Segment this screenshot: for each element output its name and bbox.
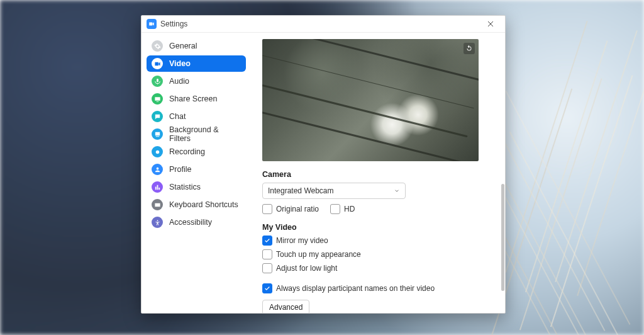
checkbox-box bbox=[262, 204, 272, 214]
gear-icon bbox=[152, 40, 163, 52]
my-video-heading: My Video bbox=[262, 223, 494, 232]
share-icon bbox=[152, 93, 163, 105]
checkbox-box bbox=[262, 283, 272, 293]
hd-checkbox[interactable]: HD bbox=[330, 204, 355, 214]
sidebar-item-profile[interactable]: Profile bbox=[147, 161, 246, 178]
touch-up-checkbox[interactable]: Touch up my appearance bbox=[262, 249, 494, 259]
advanced-button[interactable]: Advanced bbox=[262, 300, 309, 313]
audio-icon bbox=[152, 76, 163, 87]
app-icon bbox=[147, 19, 157, 29]
original-ratio-label: Original ratio bbox=[276, 205, 319, 213]
sidebar-item-label: Background & Filters bbox=[169, 125, 241, 143]
sidebar-item-label: Chat bbox=[169, 112, 186, 121]
camera-select[interactable]: Integrated Webcam bbox=[262, 183, 406, 199]
sidebar-item-statistics[interactable]: Statistics bbox=[147, 179, 246, 195]
sidebar-item-video[interactable]: Video bbox=[147, 55, 246, 72]
sidebar-item-label: Accessibility bbox=[169, 218, 212, 227]
checkbox-box bbox=[262, 263, 272, 273]
sidebar-item-background-filters[interactable]: Background & Filters bbox=[147, 126, 246, 142]
always-names-label: Always display participant names on thei… bbox=[276, 284, 435, 293]
settings-window: Settings GeneralVideoAudioShare ScreenCh… bbox=[141, 15, 506, 314]
camera-heading: Camera bbox=[262, 170, 494, 179]
stats-icon bbox=[152, 181, 163, 193]
sidebar-item-audio[interactable]: Audio bbox=[147, 73, 246, 89]
low-light-checkbox[interactable]: Adjust for low light bbox=[262, 263, 494, 273]
record-icon bbox=[152, 146, 163, 157]
sidebar-item-chat[interactable]: Chat bbox=[147, 108, 246, 125]
checkbox-box bbox=[262, 236, 272, 246]
sidebar-item-label: Statistics bbox=[169, 183, 201, 191]
mirror-checkbox[interactable]: Mirror my video bbox=[262, 236, 494, 246]
low-light-label: Adjust for low light bbox=[276, 264, 337, 273]
video-preview bbox=[262, 39, 479, 161]
sidebar-item-keyboard-shortcuts[interactable]: Keyboard Shortcuts bbox=[147, 196, 246, 213]
scrollbar-thumb[interactable] bbox=[501, 184, 504, 291]
svg-point-0 bbox=[155, 150, 159, 154]
window-title: Settings bbox=[160, 20, 187, 28]
checkbox-box bbox=[330, 204, 340, 214]
video-icon bbox=[152, 58, 163, 69]
sidebar-item-label: Profile bbox=[169, 165, 191, 174]
camera-select-value: Integrated Webcam bbox=[268, 186, 334, 195]
sidebar-item-label: General bbox=[169, 42, 197, 50]
chat-icon bbox=[152, 111, 163, 122]
sidebar-item-general[interactable]: General bbox=[147, 38, 246, 54]
titlebar: Settings bbox=[142, 16, 505, 33]
original-ratio-checkbox[interactable]: Original ratio bbox=[262, 204, 319, 214]
chevron-down-icon bbox=[394, 188, 400, 194]
hd-label: HD bbox=[344, 205, 355, 213]
checkbox-box bbox=[262, 249, 272, 259]
sidebar-item-recording[interactable]: Recording bbox=[147, 144, 246, 160]
always-names-checkbox[interactable]: Always display participant names on thei… bbox=[262, 283, 494, 293]
sidebar-item-accessibility[interactable]: Accessibility bbox=[147, 214, 246, 230]
sidebar-item-label: Audio bbox=[169, 77, 189, 86]
sidebar-item-share-screen[interactable]: Share Screen bbox=[147, 91, 246, 107]
a11y-icon bbox=[152, 217, 163, 228]
sidebar-item-label: Recording bbox=[169, 147, 205, 156]
sidebar-item-label: Share Screen bbox=[169, 94, 217, 103]
sidebar-item-label: Keyboard Shortcuts bbox=[169, 200, 238, 209]
filters-icon bbox=[152, 128, 163, 140]
close-button[interactable] bbox=[481, 16, 500, 32]
rotate-preview-button[interactable] bbox=[464, 43, 475, 54]
profile-icon bbox=[152, 164, 163, 175]
mirror-label: Mirror my video bbox=[276, 236, 328, 245]
touch-up-label: Touch up my appearance bbox=[276, 250, 361, 259]
keyboard-icon bbox=[152, 199, 163, 210]
sidebar-item-label: Video bbox=[169, 59, 191, 68]
settings-content: Camera Integrated Webcam Original ratio … bbox=[251, 33, 505, 313]
settings-sidebar: GeneralVideoAudioShare ScreenChatBackgro… bbox=[142, 33, 251, 313]
